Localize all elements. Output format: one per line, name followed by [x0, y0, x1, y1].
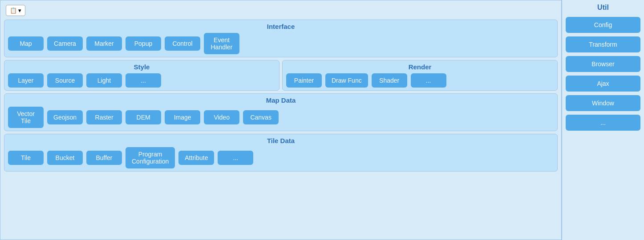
tile-data-buttons: TileBucketBufferProgram ConfigurationAtt…	[8, 147, 554, 168]
map-data-button-1[interactable]: Geojson	[47, 110, 83, 124]
tile-data-section: Tile Data TileBucketBufferProgram Config…	[4, 134, 558, 172]
interface-button-3[interactable]: Popup	[126, 36, 161, 51]
clipboard-dropdown-button[interactable]: 📋 ▾	[6, 5, 25, 16]
map-data-button-5[interactable]: Video	[204, 110, 239, 124]
main-area: 📋 ▾ Interface MapCameraMarkerPopupContro…	[0, 0, 562, 240]
interface-button-0[interactable]: Map	[8, 36, 44, 51]
render-buttons: PainterDraw FuncShader...	[286, 73, 554, 88]
map-data-buttons: Vector TileGeojsonRasterDEMImageVideoCan…	[8, 107, 554, 128]
style-render-row: Style LayerSourceLight... Render Painter…	[4, 60, 558, 91]
sidebar-button-0[interactable]: Config	[566, 17, 640, 33]
render-title: Render	[286, 63, 554, 71]
style-section: Style LayerSourceLight...	[4, 60, 279, 91]
render-button-0[interactable]: Painter	[286, 73, 322, 88]
render-section: Render PainterDraw FuncShader...	[282, 60, 558, 91]
interface-buttons: MapCameraMarkerPopupControlEvent Handler	[8, 33, 554, 54]
sidebar-buttons-container: ConfigTransformBrowserAjaxWindow...	[566, 17, 640, 131]
style-button-3[interactable]: ...	[126, 73, 161, 88]
render-button-2[interactable]: Shader	[372, 73, 407, 88]
tile-data-button-3[interactable]: Program Configuration	[126, 147, 175, 168]
style-button-2[interactable]: Light	[86, 73, 122, 88]
dropdown-arrow-icon: ▾	[18, 7, 21, 14]
map-data-title: Map Data	[8, 96, 554, 104]
map-data-section: Map Data Vector TileGeojsonRasterDEMImag…	[4, 93, 558, 131]
render-button-1[interactable]: Draw Func	[325, 73, 368, 88]
sidebar-title: Util	[566, 4, 640, 12]
sidebar-button-5[interactable]: ...	[566, 115, 640, 131]
toolbar: 📋 ▾	[4, 4, 558, 17]
clipboard-icon: 📋	[10, 7, 17, 14]
sidebar-button-2[interactable]: Browser	[566, 56, 640, 72]
sidebar-button-4[interactable]: Window	[566, 95, 640, 111]
style-button-1[interactable]: Source	[47, 73, 83, 88]
tile-data-title: Tile Data	[8, 137, 554, 144]
interface-title: Interface	[8, 23, 554, 30]
sidebar-button-1[interactable]: Transform	[566, 36, 640, 52]
sidebar-button-3[interactable]: Ajax	[566, 76, 640, 92]
tile-data-button-1[interactable]: Bucket	[47, 151, 83, 165]
interface-button-1[interactable]: Camera	[47, 36, 83, 51]
tile-data-button-0[interactable]: Tile	[8, 151, 44, 165]
interface-button-5[interactable]: Event Handler	[204, 33, 239, 54]
map-data-button-2[interactable]: Raster	[86, 110, 122, 124]
map-data-button-3[interactable]: DEM	[126, 110, 161, 124]
interface-button-2[interactable]: Marker	[86, 36, 122, 51]
tile-data-button-4[interactable]: Attribute	[178, 151, 214, 165]
map-data-button-6[interactable]: Canvas	[243, 110, 279, 124]
tile-data-button-5[interactable]: ...	[218, 151, 253, 165]
map-data-button-0[interactable]: Vector Tile	[8, 107, 44, 128]
interface-section: Interface MapCameraMarkerPopupControlEve…	[4, 20, 558, 57]
style-buttons: LayerSourceLight...	[8, 73, 275, 88]
tile-data-button-2[interactable]: Buffer	[86, 151, 122, 165]
sidebar: Util ConfigTransformBrowserAjaxWindow...	[562, 0, 644, 240]
render-button-3[interactable]: ...	[411, 73, 446, 88]
style-button-0[interactable]: Layer	[8, 73, 44, 88]
map-data-button-4[interactable]: Image	[165, 110, 200, 124]
style-title: Style	[8, 63, 275, 71]
interface-button-4[interactable]: Control	[165, 36, 200, 51]
